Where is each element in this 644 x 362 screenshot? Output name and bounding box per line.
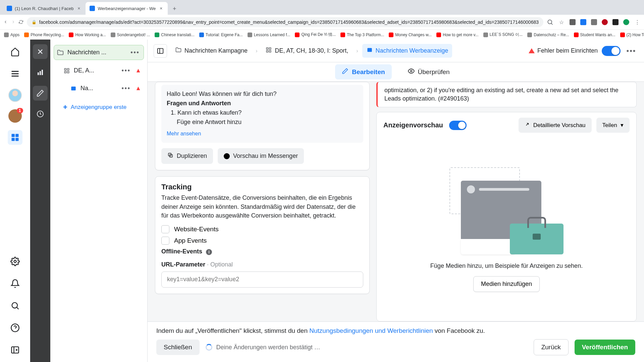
tree-adset[interactable]: DE, A... ••• ▲: [60, 63, 144, 78]
bookmark-favicon: [527, 33, 532, 37]
bookmark-item[interactable]: Tutorial: Eigene Fa...: [199, 33, 243, 37]
close-button[interactable]: Schließen: [156, 340, 200, 355]
zoom-icon[interactable]: [547, 19, 553, 25]
bookmark-item[interactable]: How Working a...: [69, 33, 106, 37]
browser-tab[interactable]: (1) Leon R. Chaudhari | Faceb ×: [3, 2, 86, 15]
bookmark-item[interactable]: Qing Fei De Yi 情...: [295, 32, 336, 38]
terms-link[interactable]: Nutzungsbedingungen und Werberichtlinien: [309, 327, 433, 334]
crumb-ad[interactable]: Nachrichten Werbeanzeige: [362, 44, 452, 58]
error-banner: optimization, or 2) if you're editing an…: [376, 82, 637, 107]
bookmark-item[interactable]: (2) How To Add A...: [620, 33, 644, 37]
bookmark-item[interactable]: How to get more v...: [436, 33, 478, 37]
grid-icon: [63, 67, 70, 74]
bookmark-item[interactable]: Money Changes w...: [389, 33, 432, 37]
back-icon[interactable]: [3, 19, 8, 25]
bookmark-item[interactable]: Chinese translati...: [155, 33, 194, 37]
help-icon[interactable]: [8, 320, 22, 335]
bookmark-item[interactable]: Sonderangebot! ...: [111, 33, 150, 37]
more-icon[interactable]: •••: [120, 84, 132, 92]
detailed-preview-button[interactable]: Detaillierte Vorschau: [519, 118, 592, 133]
extension-icon[interactable]: [612, 19, 619, 25]
add-answer-link[interactable]: Füge eine Antwort hinzu: [171, 118, 358, 127]
info-icon[interactable]: i: [206, 249, 212, 255]
error-label: Fehler beim Einrichten: [537, 47, 598, 54]
svg-rect-7: [15, 138, 18, 141]
copy-icon: [167, 152, 173, 160]
bookmark-favicon: [24, 33, 29, 37]
preview-toggle[interactable]: [449, 121, 467, 130]
create-adset-button[interactable]: + Anzeigengruppe erste: [60, 98, 144, 116]
youtube-favicon: [295, 33, 300, 37]
history-icon[interactable]: [33, 107, 48, 121]
tab-title: Werbeanzeigenmanager - We: [98, 6, 156, 11]
extension-icons: ☆ ⋮: [547, 19, 641, 25]
profile-avatar-icon[interactable]: [623, 19, 629, 25]
terms-text: Indem du auf „Veröffentlichen" klickst, …: [156, 327, 635, 335]
close-icon[interactable]: ×: [76, 6, 82, 11]
panel-toggle-button[interactable]: [154, 44, 167, 58]
back-button[interactable]: Zurück: [534, 339, 569, 355]
url-input[interactable]: 🔒 facebook.com/adsmanager/manage/ads/edi…: [27, 17, 543, 27]
bookmarks-bar: Apps Phone Recycling... How Working a...…: [0, 29, 644, 40]
bookmark-item[interactable]: Lessons Learned f...: [248, 33, 290, 37]
youtube-favicon: [340, 33, 345, 37]
more-icon[interactable]: •••: [120, 67, 132, 74]
close-editor-button[interactable]: [33, 44, 48, 59]
publish-button[interactable]: Veröffentlichen: [575, 340, 635, 355]
add-media-button[interactable]: Medien hinzufügen: [473, 276, 540, 292]
collapse-icon[interactable]: [8, 343, 22, 357]
show-more-link[interactable]: Mehr ansehen: [167, 130, 201, 138]
pinterest-ext-icon[interactable]: [602, 19, 608, 25]
chart-icon[interactable]: [33, 65, 48, 80]
preview-messenger-button[interactable]: Vorschau im Messenger: [218, 148, 304, 164]
extension-icon[interactable]: [591, 19, 597, 25]
avatar[interactable]: [8, 88, 22, 102]
menu-icon[interactable]: ⋮: [634, 19, 641, 25]
hamburger-icon[interactable]: [8, 66, 22, 81]
edit-mode-button[interactable]: Bearbeiten: [335, 64, 391, 79]
crumb-campaign[interactable]: Nachrichten Kampagne: [171, 44, 252, 58]
bookmark-item[interactable]: The Top 3 Platform...: [340, 33, 384, 37]
cookie-icon[interactable]: 1: [8, 109, 22, 123]
breadcrumb-bar: Nachrichten Kampagne › DE, AT, CH, 18-30…: [148, 40, 644, 62]
preview-messenger-label: Vorschau im Messenger: [233, 153, 298, 160]
ad-toggle[interactable]: [602, 46, 621, 56]
reload-icon[interactable]: [19, 19, 23, 25]
home-icon[interactable]: [8, 44, 22, 59]
facebook-ext-icon[interactable]: [580, 19, 586, 25]
gear-icon[interactable]: [8, 254, 22, 269]
folder-icon: [175, 47, 182, 55]
edit-icon[interactable]: [33, 86, 48, 101]
preview-title: Anzeigenvorschau: [383, 121, 443, 129]
extension-icon[interactable]: [570, 19, 576, 25]
tree-ad[interactable]: Na... ••• ▲: [67, 81, 144, 96]
review-mode-button[interactable]: Überprüfen: [401, 64, 457, 79]
bookmark-item[interactable]: LEE´S SONG 이...: [483, 32, 523, 38]
bookmark-item[interactable]: Apps: [4, 33, 19, 37]
new-tab-button[interactable]: +: [170, 4, 179, 13]
bell-icon[interactable]: [8, 276, 22, 291]
star-icon[interactable]: ☆: [558, 19, 565, 25]
browser-tab-active[interactable]: Werbeanzeigenmanager - We ×: [86, 2, 168, 15]
share-button[interactable]: Teilen ▾: [596, 118, 630, 133]
bookmark-item[interactable]: Student Wants an...: [574, 33, 615, 37]
create-label: Anzeigengruppe erste: [71, 104, 126, 111]
tree-campaign[interactable]: Nachrichten ... •••: [54, 45, 144, 60]
expand-icon: [525, 122, 530, 129]
app-events-checkbox[interactable]: [161, 237, 169, 245]
more-icon[interactable]: •••: [129, 49, 141, 56]
search-icon[interactable]: [8, 298, 22, 313]
more-icon[interactable]: •••: [625, 44, 638, 58]
bookmark-label: Sonderangebot! ...: [117, 33, 150, 37]
bookmark-item[interactable]: Phone Recycling...: [24, 33, 64, 37]
svg-point-8: [14, 260, 16, 263]
folder-icon: [57, 49, 64, 56]
ads-manager-icon[interactable]: [8, 130, 22, 145]
forward-icon[interactable]: [11, 19, 15, 25]
url-param-input[interactable]: [161, 272, 363, 288]
crumb-adset[interactable]: DE, AT, CH, 18-30, I: Sport,: [261, 44, 352, 58]
bookmark-item[interactable]: Datenschutz – Re...: [527, 33, 569, 37]
close-icon[interactable]: ×: [158, 6, 164, 11]
website-events-checkbox[interactable]: [161, 225, 169, 233]
duplicate-button[interactable]: Duplizieren: [161, 148, 213, 164]
